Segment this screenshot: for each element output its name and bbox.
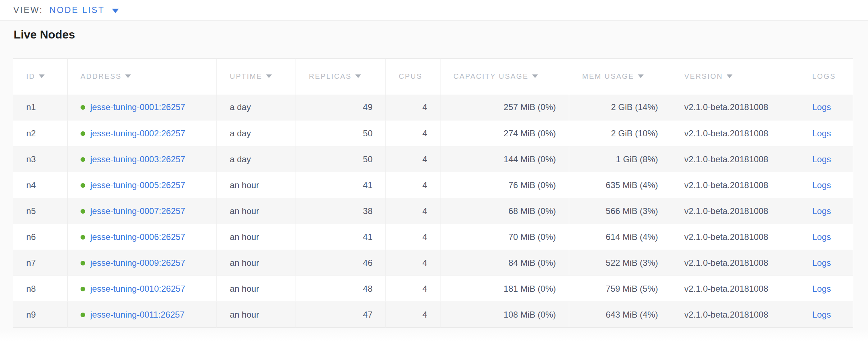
cell-cpus: 4 (386, 276, 440, 302)
node-live-dot-icon (81, 105, 85, 110)
node-address-link[interactable]: jesse-tuning-0010:26257 (90, 284, 185, 294)
cell-address: jesse-tuning-0011:26257 (68, 302, 217, 328)
column-header-label: VERSION (684, 72, 723, 80)
column-header-label: REPLICAS (309, 72, 352, 80)
cell-version: v2.1.0-beta.20181008 (671, 224, 799, 250)
node-live-dot-icon (81, 261, 85, 265)
cell-replicas: 50 (296, 146, 386, 172)
cell-cpus: 4 (386, 198, 440, 224)
cell-address: jesse-tuning-0003:26257 (68, 146, 217, 172)
cell-uptime: an hour (217, 302, 296, 328)
cell-capacity: 68 MiB (0%) (440, 198, 569, 224)
table-header-row: IDADDRESSUPTIMEREPLICASCPUSCAPACITY USAG… (13, 59, 853, 95)
node-logs-link[interactable]: Logs (812, 154, 831, 164)
table-row: n2jesse-tuning-0002:26257a day504274 MiB… (13, 121, 853, 146)
column-header-id[interactable]: ID (13, 59, 68, 95)
sort-desc-triangle-icon (727, 74, 732, 78)
cell-capacity: 181 MiB (0%) (440, 276, 569, 302)
node-address-link[interactable]: jesse-tuning-0001:26257 (90, 102, 185, 112)
view-selected-value[interactable]: NODE LIST (50, 5, 105, 15)
cell-logs: Logs (799, 250, 853, 276)
node-address-link[interactable]: jesse-tuning-0003:26257 (90, 154, 185, 164)
column-header-label: ADDRESS (81, 72, 122, 80)
cell-uptime: a day (217, 146, 296, 172)
table-row: n9jesse-tuning-0011:26257an hour474108 M… (13, 302, 853, 328)
column-header-uptime[interactable]: UPTIME (217, 59, 296, 95)
cell-uptime: a day (217, 95, 296, 121)
node-address-link[interactable]: jesse-tuning-0009:26257 (90, 258, 185, 268)
view-selector-dropdown[interactable]: NODE LIST (50, 5, 119, 15)
cell-version: v2.1.0-beta.20181008 (671, 198, 799, 224)
cell-uptime: an hour (217, 276, 296, 302)
node-live-dot-icon (81, 313, 85, 317)
column-header-label: MEM USAGE (582, 72, 634, 80)
column-header-label: LOGS (812, 72, 836, 80)
cell-uptime: an hour (217, 250, 296, 276)
cell-logs: Logs (799, 224, 853, 250)
cell-mem: 614 MiB (4%) (569, 224, 671, 250)
cell-logs: Logs (799, 172, 853, 198)
cell-uptime: a day (217, 121, 296, 146)
column-header-replicas[interactable]: REPLICAS (296, 59, 386, 95)
cell-id: n5 (13, 198, 68, 224)
cell-capacity: 257 MiB (0%) (440, 95, 569, 121)
cell-version: v2.1.0-beta.20181008 (671, 250, 799, 276)
column-header-cpus: CPUS (386, 59, 440, 95)
table-row: n5jesse-tuning-0007:26257an hour38468 Mi… (13, 198, 853, 224)
view-toolbar: VIEW: NODE LIST (0, 0, 868, 21)
node-logs-link[interactable]: Logs (812, 180, 831, 190)
cell-address: jesse-tuning-0005:26257 (68, 172, 217, 198)
cell-cpus: 4 (386, 95, 440, 121)
column-header-label: UPTIME (230, 72, 262, 80)
cell-capacity: 108 MiB (0%) (440, 302, 569, 328)
column-header-capacity[interactable]: CAPACITY USAGE (440, 59, 569, 95)
cell-replicas: 38 (296, 198, 386, 224)
cell-version: v2.1.0-beta.20181008 (671, 276, 799, 302)
node-live-dot-icon (81, 287, 85, 291)
cell-logs: Logs (799, 95, 853, 121)
node-logs-link[interactable]: Logs (812, 284, 831, 294)
sort-desc-triangle-icon (125, 74, 131, 78)
cell-address: jesse-tuning-0007:26257 (68, 198, 217, 224)
cell-replicas: 50 (296, 121, 386, 146)
cell-address: jesse-tuning-0001:26257 (68, 95, 217, 121)
sort-desc-triangle-icon (39, 74, 45, 78)
node-logs-link[interactable]: Logs (812, 232, 831, 242)
node-live-dot-icon (81, 235, 85, 240)
table-row: n7jesse-tuning-0009:26257an hour46484 Mi… (13, 250, 853, 276)
cell-logs: Logs (799, 276, 853, 302)
column-header-label: ID (26, 72, 35, 80)
column-header-mem[interactable]: MEM USAGE (569, 59, 671, 95)
node-logs-link[interactable]: Logs (812, 258, 831, 268)
cell-uptime: an hour (217, 172, 296, 198)
node-live-dot-icon (81, 183, 85, 188)
node-address-link[interactable]: jesse-tuning-0005:26257 (90, 180, 185, 190)
cell-address: jesse-tuning-0009:26257 (68, 250, 217, 276)
node-logs-link[interactable]: Logs (812, 128, 831, 138)
cell-logs: Logs (799, 121, 853, 146)
page-title: Live Nodes (14, 28, 853, 41)
cell-mem: 759 MiB (5%) (569, 276, 671, 302)
cell-id: n6 (13, 224, 68, 250)
node-logs-link[interactable]: Logs (812, 206, 831, 216)
node-address-link[interactable]: jesse-tuning-0006:26257 (90, 232, 185, 242)
node-live-dot-icon (81, 209, 85, 214)
cell-capacity: 76 MiB (0%) (440, 172, 569, 198)
cell-logs: Logs (799, 146, 853, 172)
cell-id: n9 (13, 302, 68, 328)
node-address-link[interactable]: jesse-tuning-0002:26257 (90, 128, 185, 138)
cell-cpus: 4 (386, 121, 440, 146)
cell-version: v2.1.0-beta.20181008 (671, 302, 799, 328)
cell-cpus: 4 (386, 224, 440, 250)
node-logs-link[interactable]: Logs (812, 310, 831, 319)
cell-replicas: 41 (296, 224, 386, 250)
node-live-dot-icon (81, 131, 85, 136)
node-address-link[interactable]: jesse-tuning-0011:26257 (90, 310, 184, 319)
column-header-version[interactable]: VERSION (671, 59, 799, 95)
cell-mem: 1 GiB (8%) (569, 146, 671, 172)
cell-id: n1 (13, 95, 68, 121)
cell-cpus: 4 (386, 250, 440, 276)
column-header-address[interactable]: ADDRESS (68, 59, 217, 95)
node-logs-link[interactable]: Logs (812, 102, 831, 112)
node-address-link[interactable]: jesse-tuning-0007:26257 (90, 206, 185, 216)
